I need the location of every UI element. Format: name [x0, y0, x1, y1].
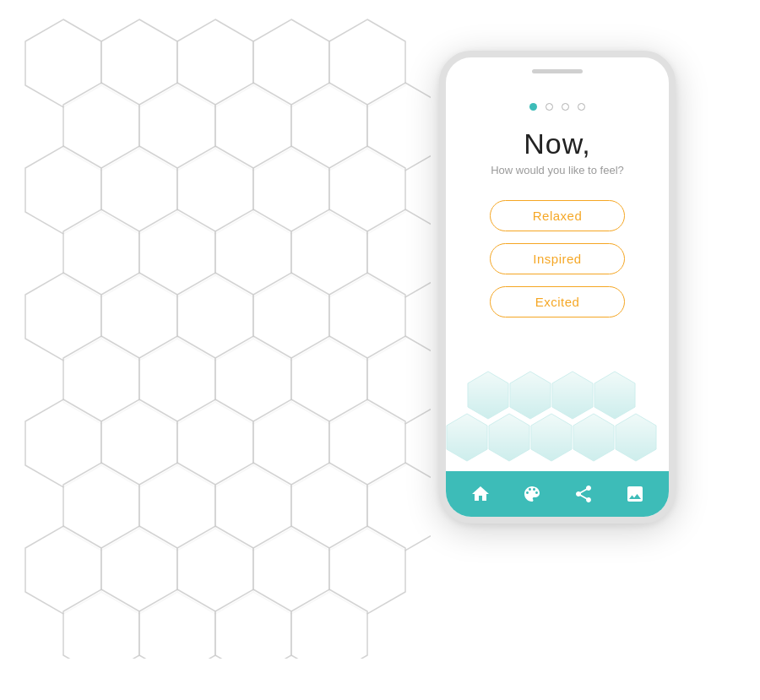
svg-marker-1	[446, 361, 466, 385]
screen-title: Now,	[524, 128, 591, 160]
relaxed-button[interactable]: Relaxed	[490, 200, 625, 231]
share-tab[interactable]	[571, 481, 596, 507]
screen-hex-decoration	[446, 361, 669, 471]
phone-screen: Now, How would you like to feel? Relaxed…	[446, 88, 669, 471]
home-tab[interactable]	[468, 481, 493, 507]
tab-bar	[446, 471, 669, 517]
inspired-button[interactable]: Inspired	[490, 243, 625, 274]
screen-subtitle: How would you like to feel?	[491, 164, 624, 176]
phone-body: Now, How would you like to feel? Relaxed…	[439, 51, 676, 524]
image-tab[interactable]	[622, 481, 648, 507]
screen-content: Now, How would you like to feel? Relaxed…	[446, 119, 669, 361]
dot-3	[562, 103, 569, 111]
excited-button[interactable]: Excited	[490, 286, 625, 317]
dot-2	[546, 103, 553, 111]
scene: Now, How would you like to feel? Relaxed…	[0, 0, 760, 700]
dot-1	[529, 103, 537, 111]
dot-4	[578, 103, 585, 111]
hex-mosaic-background	[17, 17, 431, 662]
page-indicator	[446, 88, 669, 119]
phone-mockup: Now, How would you like to feel? Relaxed…	[439, 51, 676, 524]
palette-tab[interactable]	[519, 481, 545, 507]
